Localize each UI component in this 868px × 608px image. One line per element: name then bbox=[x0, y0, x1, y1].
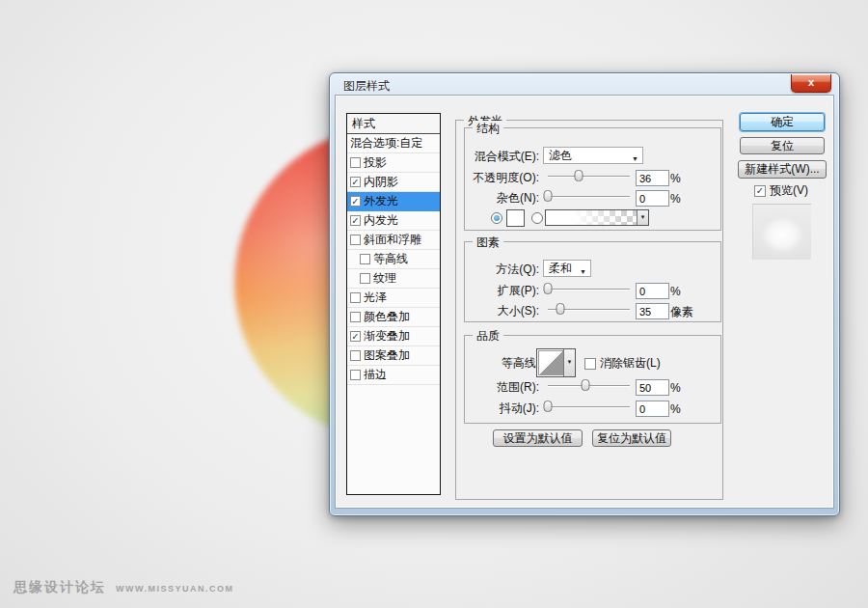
style-item[interactable]: ✓内阴影 bbox=[347, 173, 440, 192]
gradient-dropdown-button[interactable]: ▼ bbox=[637, 210, 648, 225]
checked-checkbox-icon[interactable]: ✓ bbox=[350, 215, 361, 226]
unchecked-checkbox-icon[interactable] bbox=[350, 292, 361, 303]
style-item[interactable]: 颜色叠加 bbox=[347, 308, 440, 327]
unchecked-checkbox-icon[interactable] bbox=[360, 273, 370, 284]
reset-to-default-button[interactable]: 复位为默认值 bbox=[592, 429, 671, 447]
style-item-label: 混合选项:自定 bbox=[350, 134, 422, 152]
opacity-slider[interactable] bbox=[548, 170, 630, 183]
unchecked-checkbox-icon[interactable] bbox=[350, 350, 361, 361]
style-item[interactable]: 投影 bbox=[347, 153, 440, 173]
style-item-label: 渐变叠加 bbox=[364, 327, 410, 345]
new-style-button[interactable]: 新建样式(W)... bbox=[738, 160, 827, 179]
opacity-label: 不透明度(O): bbox=[456, 170, 539, 186]
chevron-down-icon: ▼ bbox=[567, 359, 573, 365]
jitter-unit: % bbox=[670, 401, 681, 418]
ok-button[interactable]: 确定 bbox=[740, 113, 825, 131]
contour-picker[interactable]: ▼ bbox=[536, 348, 576, 377]
style-item-label: 颜色叠加 bbox=[364, 308, 410, 326]
style-item[interactable]: 斜面和浮雕 bbox=[347, 231, 440, 250]
checked-checkbox-icon[interactable]: ✓ bbox=[350, 196, 361, 207]
dialog-content: 样式 混合选项:自定投影✓内阴影✓外发光✓内发光斜面和浮雕等高线纹理光泽颜色叠加… bbox=[335, 95, 834, 509]
range-slider-thumb[interactable] bbox=[582, 379, 590, 391]
size-input[interactable] bbox=[636, 303, 669, 319]
opacity-input[interactable] bbox=[636, 170, 669, 186]
style-item-label: 等高线 bbox=[373, 250, 408, 268]
style-item[interactable]: 图案叠加 bbox=[347, 346, 440, 366]
preview-row[interactable]: ✓ 预览(V) bbox=[754, 182, 808, 199]
style-item[interactable]: ✓内发光 bbox=[347, 211, 440, 231]
make-default-button[interactable]: 设置为默认值 bbox=[493, 429, 583, 447]
blend-mode-label: 混合模式(E): bbox=[456, 149, 539, 165]
style-item-label: 光泽 bbox=[364, 289, 387, 307]
unchecked-checkbox-icon[interactable] bbox=[350, 157, 361, 168]
opacity-slider-thumb[interactable] bbox=[575, 170, 583, 181]
layer-style-dialog: 图层样式 x 样式 混合选项:自定投影✓内阴影✓外发光✓内发光斜面和浮雕等高线纹… bbox=[329, 72, 840, 516]
jitter-input[interactable] bbox=[636, 401, 669, 417]
style-item[interactable]: 混合选项:自定 bbox=[347, 134, 440, 153]
jitter-label: 抖动(J): bbox=[456, 401, 539, 417]
spread-slider[interactable] bbox=[548, 283, 630, 296]
chevron-down-icon: ▼ bbox=[632, 152, 638, 167]
spread-slider-thumb[interactable] bbox=[544, 283, 553, 294]
styles-list: 样式 混合选项:自定投影✓内阴影✓外发光✓内发光斜面和浮雕等高线纹理光泽颜色叠加… bbox=[346, 113, 441, 495]
jitter-slider-thumb[interactable] bbox=[544, 401, 553, 412]
style-item[interactable]: 光泽 bbox=[347, 289, 440, 308]
noise-slider-track[interactable] bbox=[548, 196, 630, 197]
spread-slider-track[interactable] bbox=[548, 289, 630, 290]
checked-checkbox-icon[interactable]: ✓ bbox=[350, 177, 361, 187]
range-label: 范围(R): bbox=[456, 379, 539, 396]
style-item[interactable]: 纹理 bbox=[347, 269, 440, 289]
size-unit: 像素 bbox=[670, 304, 693, 320]
jitter-slider[interactable] bbox=[548, 401, 630, 414]
glow-color-radio[interactable] bbox=[491, 212, 502, 224]
size-slider[interactable] bbox=[548, 303, 630, 317]
glow-color-swatch[interactable] bbox=[506, 209, 525, 227]
noise-input[interactable] bbox=[636, 190, 669, 207]
noise-slider[interactable] bbox=[548, 190, 630, 204]
blend-mode-dropdown[interactable]: 滤色 ▼ bbox=[543, 147, 643, 164]
style-item-label: 外发光 bbox=[364, 192, 398, 210]
technique-dropdown[interactable]: 柔和 ▼ bbox=[543, 260, 591, 277]
close-button[interactable]: x bbox=[791, 74, 831, 93]
quality-group-title: 品质 bbox=[473, 328, 503, 345]
contour-label: 等高线: bbox=[456, 355, 539, 372]
contour-thumbnail[interactable] bbox=[538, 350, 563, 375]
range-input[interactable] bbox=[636, 379, 669, 396]
noise-label: 杂色(N): bbox=[456, 190, 539, 207]
spread-input[interactable] bbox=[636, 283, 669, 299]
gradient-picker[interactable]: ▼ bbox=[545, 209, 649, 226]
range-slider[interactable] bbox=[548, 379, 630, 393]
unchecked-checkbox-icon[interactable] bbox=[350, 370, 361, 380]
style-item[interactable]: ✓外发光 bbox=[347, 192, 440, 211]
preview-checkbox[interactable]: ✓ bbox=[754, 185, 766, 197]
antialias-checkbox[interactable] bbox=[584, 358, 596, 370]
spread-unit: % bbox=[670, 284, 681, 300]
style-item-label: 内阴影 bbox=[364, 173, 398, 191]
unchecked-checkbox-icon[interactable] bbox=[350, 235, 361, 245]
unchecked-checkbox-icon[interactable] bbox=[360, 254, 370, 264]
noise-slider-thumb[interactable] bbox=[544, 190, 553, 202]
style-item-label: 投影 bbox=[364, 153, 387, 172]
style-item[interactable]: 等高线 bbox=[347, 250, 440, 269]
structure-group-title: 结构 bbox=[473, 121, 503, 137]
style-item[interactable]: ✓渐变叠加 bbox=[347, 327, 440, 346]
jitter-slider-track[interactable] bbox=[548, 406, 630, 407]
chevron-down-icon: ▼ bbox=[580, 264, 586, 280]
range-unit: % bbox=[670, 380, 681, 397]
size-label: 大小(S): bbox=[456, 303, 539, 319]
glow-gradient-radio[interactable] bbox=[531, 212, 543, 224]
size-slider-thumb[interactable] bbox=[556, 303, 564, 315]
preview-label: 预览(V) bbox=[770, 182, 808, 199]
styles-list-items: 混合选项:自定投影✓内阴影✓外发光✓内发光斜面和浮雕等高线纹理光泽颜色叠加✓渐变… bbox=[347, 134, 440, 385]
style-item[interactable]: 描边 bbox=[347, 366, 440, 385]
checked-checkbox-icon[interactable]: ✓ bbox=[350, 331, 361, 342]
unchecked-checkbox-icon[interactable] bbox=[350, 312, 361, 322]
dialog-title-bar[interactable]: 图层样式 x bbox=[330, 73, 839, 95]
styles-list-header: 样式 bbox=[347, 114, 440, 134]
style-item-label: 内发光 bbox=[364, 211, 398, 230]
reset-button[interactable]: 复位 bbox=[740, 137, 825, 154]
antialias-row[interactable]: 消除锯齿(L) bbox=[584, 355, 661, 372]
contour-dropdown-button[interactable]: ▼ bbox=[563, 349, 575, 376]
gradient-preview[interactable] bbox=[546, 210, 637, 225]
opacity-slider-track[interactable] bbox=[548, 176, 630, 177]
